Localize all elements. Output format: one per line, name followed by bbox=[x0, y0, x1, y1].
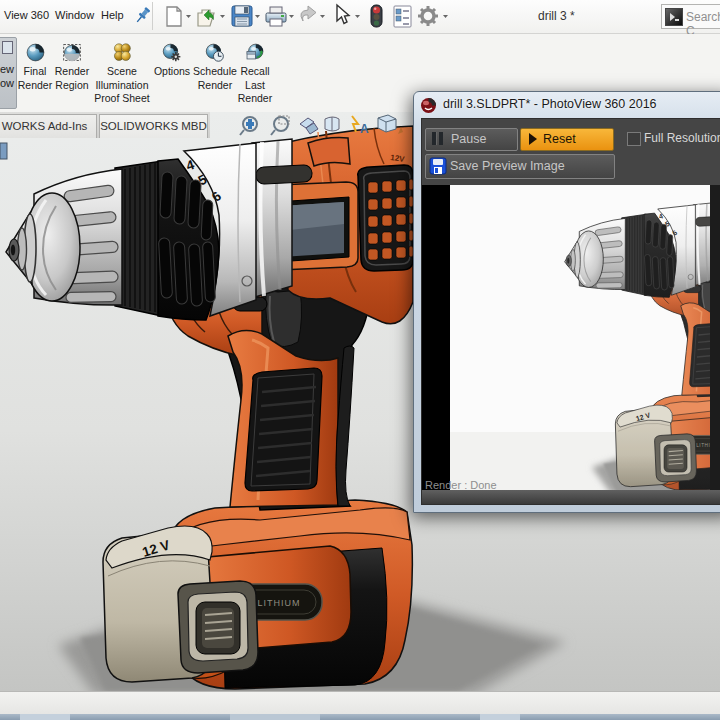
svg-text:Render : Done: Render : Done bbox=[425, 479, 497, 490]
svg-text:A: A bbox=[360, 122, 369, 136]
